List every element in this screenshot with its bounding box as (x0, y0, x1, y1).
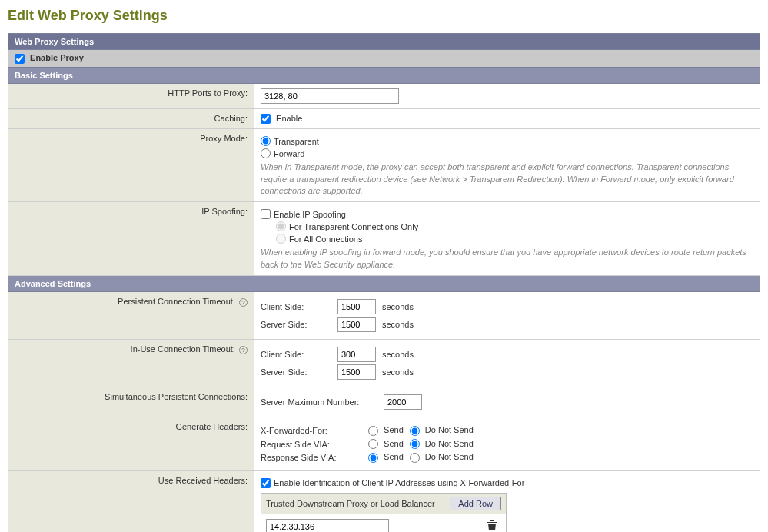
label-http-ports: HTTP Ports to Proxy: (8, 84, 254, 108)
persistent-server-input[interactable] (337, 317, 376, 332)
received-enable-checkbox[interactable] (261, 478, 271, 488)
persistent-server-label: Server Side: (261, 320, 337, 329)
enable-proxy-row: Enable Proxy (8, 50, 760, 68)
xff-donotsend-radio[interactable] (410, 426, 420, 436)
server-max-input[interactable] (384, 394, 422, 410)
caching-enable-label: Enable (276, 114, 302, 123)
label-use-received-headers: Use Received Headers: (8, 471, 254, 532)
proxy-mode-transparent-radio[interactable] (261, 136, 271, 146)
label-inuse-timeout: In-Use Connection Timeout: ? (8, 340, 254, 387)
row-inuse-timeout: In-Use Connection Timeout: ? Client Side… (8, 340, 760, 387)
respvia-label: Response Side VIA: (261, 453, 368, 462)
help-icon[interactable]: ? (239, 298, 248, 307)
persistent-server-unit: seconds (382, 320, 414, 329)
proxy-mode-help: When in Transparent mode, the proxy can … (261, 161, 753, 197)
label-generate-headers: Generate Headers: (8, 417, 254, 470)
settings-panel: Web Proxy Settings Enable Proxy Basic Se… (8, 33, 760, 532)
add-row-button[interactable]: Add Row (450, 497, 501, 510)
respvia-send-radio[interactable] (368, 453, 378, 463)
band-basic-settings: Basic Settings (8, 68, 760, 84)
reqvia-donotsend-label: Do Not Send (425, 439, 474, 448)
label-persistent-timeout: Persistent Connection Timeout: ? (8, 292, 254, 339)
xff-label: X-Forwarded-For: (261, 426, 368, 435)
http-ports-input[interactable] (261, 88, 399, 104)
proxy-mode-forward-label: Forward (274, 149, 304, 158)
respvia-donotsend-radio[interactable] (410, 453, 420, 463)
persistent-client-label: Client Side: (261, 302, 337, 311)
enable-proxy-checkbox[interactable] (15, 54, 25, 64)
help-icon[interactable]: ? (239, 346, 248, 354)
ip-spoofing-transparent-radio[interactable] (276, 221, 286, 231)
persistent-client-unit: seconds (382, 302, 414, 311)
ip-spoofing-all-radio[interactable] (276, 234, 286, 244)
reqvia-label: Request Side VIA: (261, 440, 368, 449)
label-proxy-mode: Proxy Mode: (8, 129, 254, 201)
trusted-header-label: Trusted Downstream Proxy or Load Balance… (266, 499, 435, 508)
inuse-server-unit: seconds (382, 367, 414, 377)
row-ip-spoofing: IP Spoofing: Enable IP Spoofing For Tran… (8, 202, 760, 276)
enable-proxy-label: Enable Proxy (30, 53, 84, 62)
row-caching: Caching: Enable (8, 109, 760, 130)
respvia-donotsend-label: Do Not Send (425, 452, 474, 461)
row-persistent-timeout: Persistent Connection Timeout: ? Client … (8, 292, 760, 340)
persistent-timeout-text: Persistent Connection Timeout: (118, 297, 235, 306)
proxy-mode-forward-radio[interactable] (261, 148, 271, 158)
trusted-table: Trusted Downstream Proxy or Load Balance… (261, 493, 507, 532)
band-advanced-settings: Advanced Settings (8, 276, 760, 292)
reqvia-donotsend-radio[interactable] (410, 439, 420, 449)
respvia-send-label: Send (384, 452, 404, 461)
ip-spoofing-transparent-label: For Transparent Connections Only (289, 222, 418, 231)
row-proxy-mode: Proxy Mode: Transparent Forward When in … (8, 129, 760, 202)
persistent-client-input[interactable] (337, 299, 376, 314)
xff-send-radio[interactable] (368, 426, 378, 436)
inuse-server-label: Server Side: (261, 367, 337, 377)
trash-icon (487, 520, 497, 531)
received-enable-label: Enable Identification of Client IP Addre… (274, 478, 524, 487)
xff-donotsend-label: Do Not Send (425, 425, 474, 434)
reqvia-send-radio[interactable] (368, 439, 378, 449)
ip-spoofing-all-label: For All Connections (289, 234, 362, 244)
reqvia-send-label: Send (384, 439, 404, 448)
server-max-label: Server Maximum Number: (261, 397, 384, 407)
caching-enable-checkbox[interactable] (261, 114, 271, 124)
label-caching: Caching: (8, 109, 254, 129)
band-web-proxy-settings: Web Proxy Settings (8, 34, 760, 50)
inuse-timeout-text: In-Use Connection Timeout: (131, 344, 235, 354)
inuse-client-label: Client Side: (261, 350, 337, 359)
trusted-ip-input[interactable] (266, 519, 389, 532)
inuse-server-input[interactable] (337, 364, 376, 380)
ip-spoofing-help: When enabling IP spoofing in forward mod… (261, 247, 753, 271)
row-generate-headers: Generate Headers: X-Forwarded-For: Send … (8, 417, 760, 471)
ip-spoofing-enable-checkbox[interactable] (261, 209, 271, 219)
row-use-received-headers: Use Received Headers: Enable Identificat… (8, 471, 760, 532)
xff-send-label: Send (384, 425, 404, 434)
delete-row-button[interactable] (487, 520, 497, 532)
label-simultaneous: Simultaneous Persistent Connections: (8, 387, 254, 417)
proxy-mode-transparent-label: Transparent (274, 137, 319, 146)
page-title: Edit Web Proxy Settings (8, 8, 760, 24)
row-simultaneous: Simultaneous Persistent Connections: Ser… (8, 387, 760, 417)
inuse-client-input[interactable] (337, 347, 376, 362)
row-http-ports: HTTP Ports to Proxy: (8, 84, 760, 109)
label-ip-spoofing: IP Spoofing: (8, 202, 254, 275)
ip-spoofing-enable-label: Enable IP Spoofing (274, 210, 346, 219)
inuse-client-unit: seconds (382, 350, 414, 359)
